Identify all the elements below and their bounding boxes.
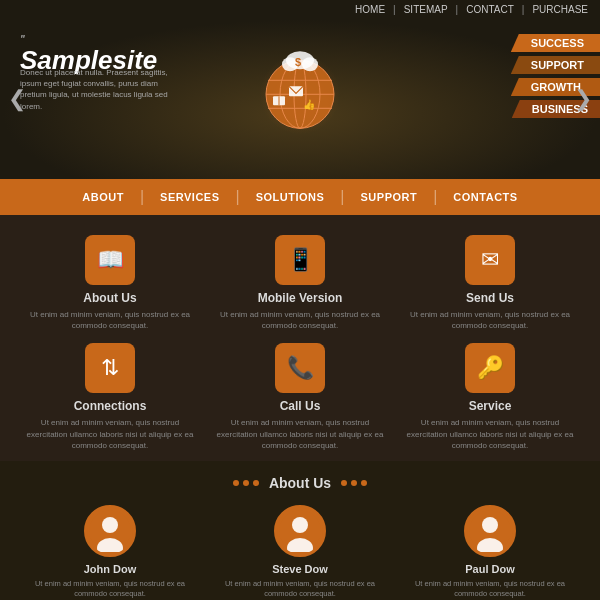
globe-icon: 👍 $ <box>245 36 355 150</box>
hero-section: Samplesite Donec ut placerat nulla. Prae… <box>0 19 600 179</box>
feature-service: 🔑 Service Ut enim ad minim veniam, quis … <box>400 343 580 451</box>
team-member-2: Paul Dow Ut enim ad minim veniam, quis n… <box>400 505 580 600</box>
member-desc-0: Ut enim ad minim veniam, quis nostrud ex… <box>20 579 200 600</box>
svg-text:👍: 👍 <box>303 98 316 111</box>
top-nav: HOME | SITEMAP | CONTACT | PURCHASE <box>0 0 600 19</box>
tag-support: SUPPORT <box>511 56 600 74</box>
feature-desc-4: Ut enim ad minim veniam, quis nostrud ex… <box>210 417 390 451</box>
feature-desc-5: Ut enim ad minim veniam, quis nostrud ex… <box>400 417 580 451</box>
feature-connections: ⇅ Connections Ut enim ad minim veniam, q… <box>20 343 200 451</box>
tag-success: SUCCESS <box>511 34 600 52</box>
feature-desc-0: Ut enim ad minim veniam, quis nostrud ex… <box>20 309 200 331</box>
member-desc-1: Ut enim ad minim veniam, quis nostrud ex… <box>210 579 390 600</box>
nav-sitemap[interactable]: SITEMAP <box>404 4 448 15</box>
svg-text:$: $ <box>295 56 301 68</box>
feature-desc-3: Ut enim ad minim veniam, quis nostrud ex… <box>20 417 200 451</box>
dot <box>243 480 249 486</box>
member-desc-2: Ut enim ad minim veniam, quis nostrud ex… <box>400 579 580 600</box>
dot <box>361 480 367 486</box>
about-icon: 📖 <box>85 235 135 285</box>
nav-services[interactable]: SERVICES <box>144 191 235 203</box>
avatar-1 <box>274 505 326 557</box>
member-name-0: John Dow <box>84 563 137 575</box>
main-nav: ABOUT | SERVICES | SOLUTIONS | SUPPORT |… <box>0 179 600 215</box>
feature-title-5: Service <box>469 399 512 413</box>
send-icon: ✉ <box>465 235 515 285</box>
mobile-icon: 📱 <box>275 235 325 285</box>
dot <box>233 480 239 486</box>
connections-icon: ⇅ <box>85 343 135 393</box>
avatar-0 <box>84 505 136 557</box>
hero-tagline: Donec ut placerat nulla. Praesent sagitt… <box>20 67 180 112</box>
feature-desc-1: Ut enim ad minim veniam, quis nostrud ex… <box>210 309 390 331</box>
nav-about[interactable]: ABOUT <box>66 191 140 203</box>
dots-right <box>341 480 367 486</box>
feature-title-4: Call Us <box>280 399 321 413</box>
callus-icon: 📞 <box>275 343 325 393</box>
dots-left <box>233 480 259 486</box>
features-section: 📖 About Us Ut enim ad minim veniam, quis… <box>0 215 600 461</box>
member-name-1: Steve Dow <box>272 563 328 575</box>
feature-title-1: Mobile Version <box>258 291 343 305</box>
feature-desc-2: Ut enim ad minim veniam, quis nostrud ex… <box>400 309 580 331</box>
feature-send: ✉ Send Us Ut enim ad minim veniam, quis … <box>400 235 580 331</box>
about-title: About Us <box>269 475 331 491</box>
dot <box>253 480 259 486</box>
feature-title-0: About Us <box>83 291 136 305</box>
nav-support[interactable]: SUPPORT <box>345 191 434 203</box>
nav-contacts[interactable]: CONTACTS <box>437 191 533 203</box>
avatar-2 <box>464 505 516 557</box>
next-arrow[interactable]: ❯ <box>574 86 592 112</box>
feature-title-2: Send Us <box>466 291 514 305</box>
team-grid: John Dow Ut enim ad minim veniam, quis n… <box>20 505 580 600</box>
member-name-2: Paul Dow <box>465 563 515 575</box>
svg-point-20 <box>292 517 308 533</box>
nav-purchase[interactable]: PURCHASE <box>532 4 588 15</box>
about-section: About Us John Dow Ut enim ad minim venia… <box>0 461 600 600</box>
nav-solutions[interactable]: SOLUTIONS <box>240 191 341 203</box>
nav-contact[interactable]: CONTACT <box>466 4 514 15</box>
feature-callus: 📞 Call Us Ut enim ad minim veniam, quis … <box>210 343 390 451</box>
svg-point-14 <box>302 57 318 71</box>
about-header: About Us <box>20 475 580 491</box>
feature-title-3: Connections <box>74 399 147 413</box>
prev-arrow[interactable]: ❮ <box>8 86 26 112</box>
team-member-1: Steve Dow Ut enim ad minim veniam, quis … <box>210 505 390 600</box>
features-grid: 📖 About Us Ut enim ad minim veniam, quis… <box>20 235 580 451</box>
svg-point-17 <box>102 517 118 533</box>
service-icon: 🔑 <box>465 343 515 393</box>
team-member-0: John Dow Ut enim ad minim veniam, quis n… <box>20 505 200 600</box>
nav-home[interactable]: HOME <box>355 4 385 15</box>
dot <box>351 480 357 486</box>
svg-point-23 <box>482 517 498 533</box>
dot <box>341 480 347 486</box>
feature-mobile: 📱 Mobile Version Ut enim ad minim veniam… <box>210 235 390 331</box>
feature-about: 📖 About Us Ut enim ad minim veniam, quis… <box>20 235 200 331</box>
